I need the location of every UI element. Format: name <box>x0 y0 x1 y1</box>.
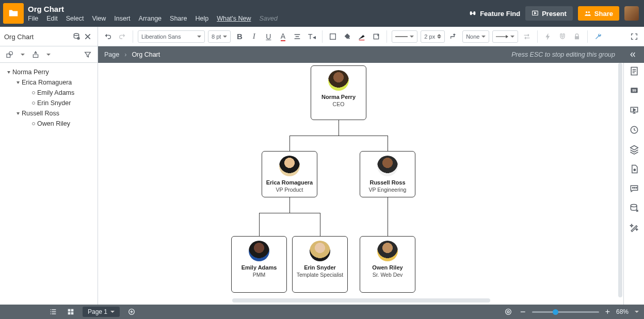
share-button[interactable]: Share <box>578 6 619 21</box>
app-logo[interactable] <box>3 3 24 24</box>
connector[interactable] <box>289 136 388 136</box>
line-color-icon[interactable] <box>356 31 367 42</box>
main-area: Norma Perry Erica Romaguera Emily Adams … <box>0 63 644 305</box>
card-name: Norma Perry <box>314 94 363 100</box>
magnet-icon[interactable] <box>557 31 568 42</box>
endpoint-right-select[interactable] <box>492 30 518 43</box>
zoom-caret[interactable] <box>635 311 639 313</box>
menu-help[interactable]: Help <box>195 15 208 22</box>
svg-rect-21 <box>68 309 71 312</box>
history-panel-icon[interactable] <box>629 125 639 135</box>
zoom-slider[interactable] <box>532 311 599 313</box>
menu-edit[interactable]: Edit <box>46 15 58 22</box>
user-avatar[interactable] <box>624 6 639 21</box>
align-icon[interactable] <box>292 31 303 42</box>
shape-add-caret[interactable] <box>46 54 51 56</box>
panel-close-icon[interactable] <box>82 31 93 42</box>
shape-picker-icon[interactable] <box>4 49 15 60</box>
connector[interactable] <box>259 213 320 213</box>
card-name: Owen Riley <box>363 264 412 271</box>
connector[interactable] <box>289 197 290 213</box>
zoom-value[interactable]: 68% <box>616 308 629 315</box>
italic-icon[interactable]: I <box>248 31 260 42</box>
underline-icon[interactable]: U <box>263 31 274 42</box>
text-options-icon[interactable]: T◂ <box>306 31 317 42</box>
feature-find-button[interactable]: Feature Find <box>469 9 520 18</box>
target-icon[interactable] <box>503 306 514 317</box>
outline-node[interactable]: Emily Adams <box>3 88 94 98</box>
connector[interactable] <box>320 213 320 236</box>
menu-arrange[interactable]: Arrange <box>139 15 162 22</box>
filter-icon[interactable] <box>82 49 93 60</box>
connector[interactable] <box>388 136 388 151</box>
wrench-icon[interactable] <box>592 31 604 42</box>
org-card[interactable]: Owen Riley Sr. Web Dev <box>360 236 415 293</box>
breadcrumb-root[interactable]: Page <box>104 51 119 58</box>
menu-whats-new[interactable]: What's New <box>217 15 251 22</box>
breadcrumb-current[interactable]: Org Chart <box>132 51 160 58</box>
vertical-scrollbar[interactable] <box>618 63 622 297</box>
chevron-right-icon: › <box>124 51 126 58</box>
outline-node[interactable]: Erica Romaguera <box>3 77 94 88</box>
lock-icon[interactable] <box>571 31 583 42</box>
org-card[interactable]: Erin Snyder Template Specialist <box>292 236 348 293</box>
outline-node[interactable]: Russell Ross <box>3 108 94 119</box>
menu-file[interactable]: File <box>28 15 38 22</box>
page-panel-icon[interactable] <box>629 164 639 174</box>
line-width-select[interactable]: 2 px <box>421 30 445 43</box>
org-card[interactable]: Emily Adams PMM <box>231 236 287 293</box>
add-page-icon[interactable] <box>126 306 137 317</box>
org-card[interactable]: Erica Romaguera VP Product <box>262 151 317 197</box>
notes-panel-icon[interactable] <box>629 66 639 76</box>
document-title[interactable]: Org Chart <box>28 5 278 14</box>
collapse-right-panel-icon[interactable] <box>626 49 638 60</box>
connector[interactable] <box>388 197 388 236</box>
fullscreen-icon[interactable] <box>629 31 640 42</box>
list-view-icon[interactable] <box>47 306 59 317</box>
present-button[interactable]: Present <box>525 6 573 21</box>
page-selector[interactable]: Page 1 <box>83 307 120 317</box>
shape-add-icon[interactable] <box>30 49 41 60</box>
horizontal-scrollbar[interactable] <box>232 298 490 303</box>
font-family-select[interactable]: Liberation Sans <box>138 30 205 43</box>
text-color-icon[interactable]: A <box>277 31 288 42</box>
swap-endpoints-icon[interactable] <box>521 31 533 42</box>
canvas[interactable]: Norma Perry CEO Erica Romaguera VP Produ… <box>98 63 623 305</box>
fill-box-icon[interactable] <box>327 31 339 42</box>
org-card[interactable]: Russell Ross VP Engineering <box>360 151 415 197</box>
magic-panel-icon[interactable] <box>629 223 639 233</box>
connector[interactable] <box>339 120 339 136</box>
bold-icon[interactable]: B <box>234 31 245 42</box>
outline-label: Owen Riley <box>37 120 70 127</box>
shape-picker-caret[interactable] <box>21 54 25 56</box>
comments-panel-icon[interactable]: 99 <box>629 86 639 96</box>
slides-panel-icon[interactable] <box>629 105 639 115</box>
card-role: CEO <box>314 101 363 107</box>
fill-bucket-icon[interactable] <box>342 31 353 42</box>
endpoint-left-select[interactable]: None <box>462 30 489 43</box>
connector[interactable] <box>259 213 260 236</box>
undo-icon[interactable] <box>102 31 114 42</box>
outline-node[interactable]: Norma Perry <box>3 67 94 77</box>
menu-view[interactable]: View <box>92 15 106 22</box>
layers-panel-icon[interactable] <box>629 144 639 155</box>
org-card[interactable]: Norma Perry CEO <box>311 65 366 120</box>
zoom-in-icon[interactable]: + <box>605 307 610 316</box>
redo-icon[interactable] <box>117 31 128 42</box>
data-panel-icon[interactable] <box>629 203 639 213</box>
connector[interactable] <box>289 136 290 151</box>
shape-options-icon[interactable] <box>371 31 382 42</box>
menu-share[interactable]: Share <box>170 15 187 22</box>
action-icon[interactable] <box>542 31 554 42</box>
chat-panel-icon[interactable] <box>629 183 639 194</box>
outline-node[interactable]: Owen Riley <box>3 119 94 129</box>
grid-view-icon[interactable] <box>65 306 76 317</box>
panel-settings-icon[interactable] <box>71 31 82 42</box>
menu-select[interactable]: Select <box>66 15 84 22</box>
line-style-select[interactable] <box>392 30 417 43</box>
menu-insert[interactable]: Insert <box>114 15 130 22</box>
line-routing-icon[interactable] <box>448 31 459 42</box>
outline-node[interactable]: Erin Snyder <box>3 98 94 108</box>
zoom-out-icon[interactable]: − <box>520 307 526 317</box>
font-size-select[interactable]: 8 pt <box>208 30 231 43</box>
